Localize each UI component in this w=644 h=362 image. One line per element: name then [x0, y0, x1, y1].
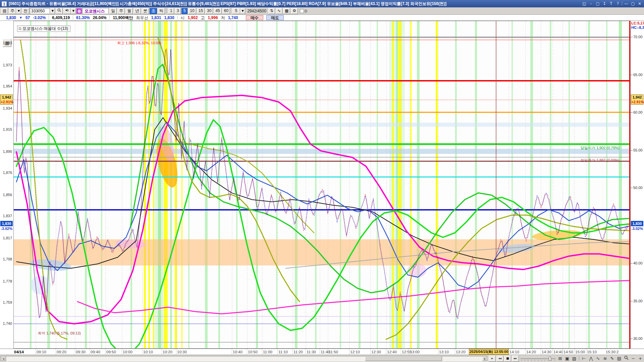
right-axis-tick: [631, 150, 633, 150]
play-button[interactable]: ▸: [489, 356, 496, 362]
pin-icon[interactable]: ↧: [602, 1, 607, 6]
draw-tool-icon[interactable]: ✎: [609, 356, 615, 362]
speed-slider[interactable]: [520, 356, 556, 362]
zoom-out-button[interactable]: −: [630, 356, 636, 362]
stock-name-field[interactable]: 모코엠시스: [83, 8, 109, 14]
left-axis-price-label: 1,954: [0, 84, 12, 88]
buy-button[interactable]: 매수: [246, 15, 263, 20]
right-axis-value-label: 35.00: [633, 299, 643, 303]
time-axis-day-label: 04/14: [14, 349, 24, 355]
period-button-분[interactable]: 분: [142, 8, 149, 14]
stock-code-input[interactable]: [30, 8, 50, 14]
stop-button[interactable]: ■: [504, 356, 511, 362]
save-icon[interactable]: ▦: [283, 8, 290, 14]
scroll-left-icon[interactable]: ◂: [1, 356, 6, 361]
left-axis-price-label: 1,934: [0, 106, 12, 111]
left-axis-price-label: 1,915: [0, 127, 12, 132]
forward-button[interactable]: ▸▸: [512, 356, 519, 362]
sound-alert-icon[interactable]: [63, 8, 71, 14]
time-axis-label: 14:50: [564, 349, 573, 355]
help-icon[interactable]: ?: [615, 1, 621, 6]
time-axis-label: 10:50: [248, 349, 258, 355]
title-bar[interactable]: 1 [0601] 주식종합차트 - 유통비율[38.4] 거래대금[11,900…: [0, 0, 644, 7]
tickcount-button-1[interactable]: 1: [168, 8, 174, 14]
session-highlight-stripe: [85, 21, 87, 348]
peak-tool-icon[interactable]: ⋀: [588, 356, 594, 362]
crosshair-price-pct: +2.91%: [631, 100, 643, 104]
tickcount-button-15[interactable]: 15: [197, 8, 205, 14]
price-chart-canvas[interactable]: [14, 21, 630, 348]
minimize-icon[interactable]: —: [624, 1, 629, 6]
session-highlight-stripe: [417, 21, 420, 348]
tickcount-button-5[interactable]: 5: [181, 8, 187, 14]
scroll-right-icon[interactable]: ▸: [482, 356, 487, 361]
session-highlight-stripe: [530, 21, 533, 348]
period-button-틱[interactable]: 틱: [158, 8, 165, 14]
cascade-icon[interactable]: ▢: [595, 1, 600, 6]
time-axis-label: 09:30: [76, 349, 86, 355]
time-axis-tick: [525, 349, 526, 355]
tick-trace-blue: [16, 49, 628, 319]
new-window-icon[interactable]: ⊞: [557, 356, 563, 362]
chart-right-edge-line: [629, 21, 630, 349]
zoom-in-button[interactable]: +: [637, 356, 643, 362]
market-type-combo[interactable]: 주: [9, 8, 16, 14]
zoom-tool-icon[interactable]: [623, 356, 629, 362]
time-axis-label: 11:00: [263, 349, 272, 355]
right-axis-tick: [631, 37, 633, 37]
zigzag-icon[interactable]: ∿: [276, 8, 282, 14]
tickcount-button-3[interactable]: 3: [175, 8, 181, 14]
slider-knob[interactable]: [549, 357, 551, 361]
d-checkbox[interactable]: [300, 9, 304, 13]
period-button-월[interactable]: 월: [125, 8, 133, 14]
time-axis-label: 11:50: [329, 349, 338, 355]
layout-icon[interactable]: ▤: [1, 8, 8, 14]
sell-button[interactable]: 매도: [266, 15, 284, 20]
period-button-주[interactable]: 주: [117, 8, 125, 14]
olive-line-4: [181, 142, 314, 233]
chart-plot[interactable]: 모코엠시스 매물대 수(13) 최고 1,996 (-8,32%, 10:08)…: [13, 21, 631, 349]
rewind-button[interactable]: ◂◂: [496, 356, 503, 362]
market-type-dropdown-icon[interactable]: ▼: [16, 8, 21, 14]
interval-combo[interactable]: 5: [232, 8, 240, 14]
scrollbar-thumb[interactable]: [365, 356, 442, 361]
close-icon[interactable]: ✕: [637, 1, 642, 6]
left-price-axis[interactable]: ▦ 1,9931,9731,9541,9341,9151,8951,8761,8…: [0, 21, 13, 349]
chart-image-icon[interactable]: ▤: [616, 356, 622, 362]
time-axis-tick: [105, 349, 106, 355]
indicator-label[interactable]: 모코엠시스 매물대 수(13): [17, 25, 70, 32]
sound-dropdown-icon[interactable]: ▼: [71, 8, 76, 14]
wave-tool-icon[interactable]: ∿: [595, 356, 601, 362]
trendline-tool-icon[interactable]: ⊢: [581, 356, 587, 362]
right-value-axis[interactable]: LC:5,17 HC:-8,32 70.0065.0060.0055.0050.…: [631, 21, 644, 349]
indicator-toggle-icon[interactable]: [19, 27, 21, 30]
settings-gear-icon[interactable]: ⚙: [291, 8, 298, 14]
tickcount-button-30[interactable]: 30: [205, 8, 213, 14]
time-axis-tick: [176, 349, 176, 355]
code-dropdown-icon[interactable]: ▼: [50, 8, 55, 14]
channel-tool-icon[interactable]: ≋: [602, 356, 608, 362]
time-axis-label: 14:20: [526, 349, 536, 355]
pattern-box-icon[interactable]: ▨: [571, 356, 577, 362]
cascade-windows-icon[interactable]: ▣: [564, 356, 570, 362]
tickcount-button-45[interactable]: 45: [214, 8, 221, 14]
interval-dropdown-icon[interactable]: ▼: [240, 8, 245, 14]
right-axis-value-label: 50.00: [633, 185, 643, 190]
tickcount-button-10[interactable]: 10: [188, 8, 196, 14]
prev-close-annotation: 전일종가 1,887 (0,00%): [532, 158, 620, 163]
compare-candles-icon[interactable]: ⇅: [268, 8, 275, 14]
prev-stock-button[interactable]: 전: [22, 8, 29, 14]
period-button-년[interactable]: 년: [133, 8, 141, 14]
time-axis-tick: [56, 349, 56, 355]
time-axis[interactable]: 04/1409:1009:2009:3009:4009:5010:0010:10…: [0, 349, 644, 355]
strip-icon[interactable]: –: [588, 1, 594, 6]
restore-icon[interactable]: ▢: [630, 1, 636, 6]
search-icon[interactable]: [56, 8, 63, 14]
copy-window-icon[interactable]: ◱: [582, 1, 587, 6]
period-button-초[interactable]: 초: [150, 8, 157, 14]
slider-tick: [521, 360, 522, 361]
font-icon[interactable]: T: [608, 1, 614, 6]
period-button-일[interactable]: 일: [109, 8, 117, 14]
chart-scrollbar[interactable]: ◂ ▸: [1, 356, 488, 361]
tickcount-button-60[interactable]: 60: [222, 8, 230, 14]
